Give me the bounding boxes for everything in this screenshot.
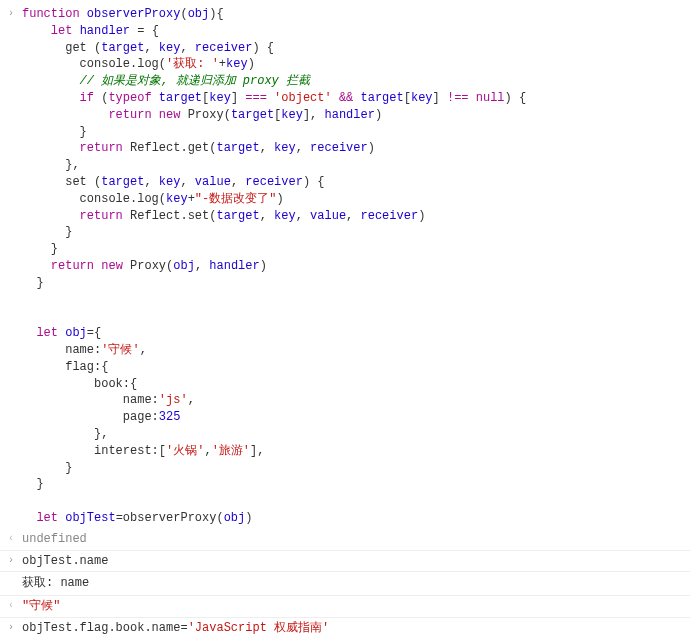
input-arrow-icon — [8, 6, 22, 21]
input-objtest-name: objTest.name — [22, 553, 690, 570]
input-assignment: objTest.flag.book.name='JavaScript 权威指南' — [22, 620, 690, 635]
devtools-console[interactable]: function observerProxy(obj){ let handler… — [0, 0, 690, 635]
console-input-row: objTest.flag.book.name='JavaScript 权威指南' — [0, 618, 690, 635]
console-output-row: "守候" — [0, 596, 690, 618]
console-output-row: undefined — [0, 529, 690, 551]
result-undefined: undefined — [22, 531, 690, 548]
output-arrow-icon — [8, 531, 22, 546]
code-block-1: function observerProxy(obj){ let handler… — [22, 6, 690, 527]
input-arrow-icon — [8, 553, 22, 568]
input-arrow-icon — [8, 620, 22, 635]
result-string: "守候" — [22, 598, 690, 615]
console-input-row: objTest.name — [0, 551, 690, 573]
console-log-line: 获取: name — [0, 572, 690, 596]
console-input-row: function observerProxy(obj){ let handler… — [0, 4, 690, 529]
output-arrow-icon — [8, 598, 22, 613]
